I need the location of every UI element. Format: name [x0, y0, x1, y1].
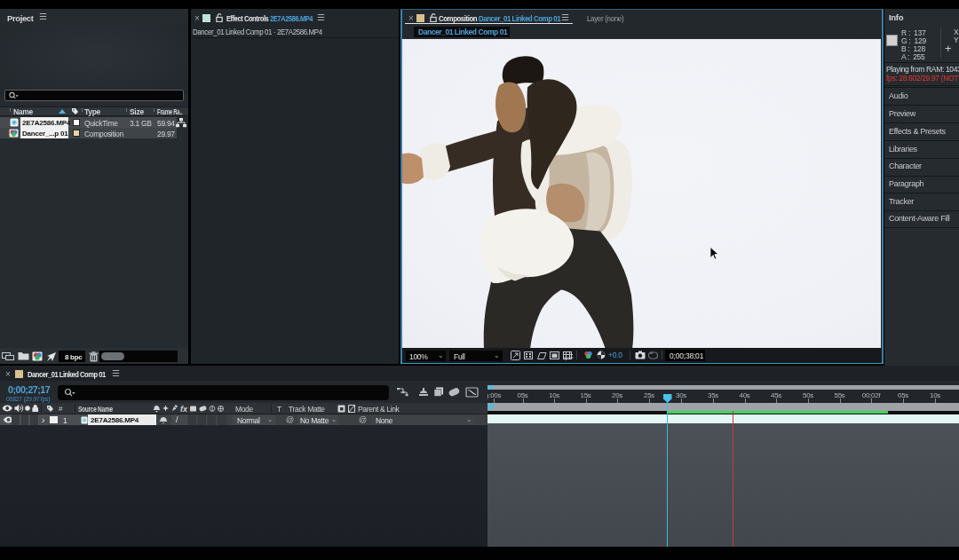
svg-text:fx: fx [180, 405, 188, 414]
